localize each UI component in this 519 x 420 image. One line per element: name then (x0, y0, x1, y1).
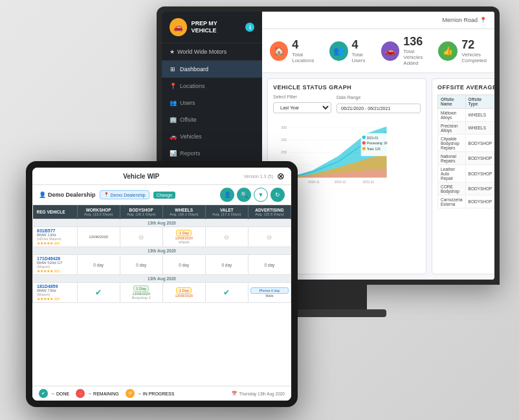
sidebar-logo: 🚗 PREP MY VEHICLE ℹ (162, 12, 262, 43)
check-icon: ✔ (223, 288, 230, 297)
done-circle-icon: ✔ (39, 389, 48, 398)
table-row: 831B577 BMW 130d (xDrive Msport) ★★★★★ 9… (33, 227, 291, 247)
date-separator-2: 13th Aug 2020 (33, 247, 291, 255)
footer-legend-done: ✔ → DONE (39, 389, 69, 398)
offsite-section: OFFSITE AVERAGE Offsite Name Offsite Typ… (432, 78, 494, 274)
svg-text:2021-01: 2021-01 (363, 181, 375, 184)
svg-text:2020-12: 2020-12 (335, 181, 346, 184)
users-icon: 👥 (170, 100, 176, 106)
minus-icon: ⊖ (267, 234, 272, 241)
tablet-refresh-icon[interactable]: ↻ (271, 188, 285, 202)
svg-text:Processing: 20: Processing: 20 (367, 142, 388, 145)
offsite-type: BODYSHOP (465, 135, 494, 152)
locations-number: 4 (292, 39, 324, 50)
stat-total-vehicles: 🚗 136 Total VehiclesAdded (381, 36, 433, 66)
workshop-cell-1: 13/08/2020 (77, 227, 120, 247)
minus-icon: ⊖ (138, 234, 144, 241)
offsite-name: Citywide Bodyshop Repairs (438, 135, 466, 152)
table-row: 181D4859 BMW 730d (Msport) ★★★★★ 3/5 ✔ 1… (33, 283, 291, 303)
sidebar-item-reports[interactable]: 📊 Reports (162, 145, 262, 162)
tablet-person-icon[interactable]: 👤 (220, 188, 234, 202)
users-stat-icon: 👥 (329, 41, 348, 61)
completed-label: VehiclesCompleted (461, 52, 487, 63)
offsite-name: Carrozzeria Esterna (438, 195, 466, 208)
footer-legend-inprogress: ↺ → IN PROGRESS (126, 389, 175, 398)
offsite-name: Precision Alloys (438, 122, 466, 135)
tablet-filter-icon[interactable]: ▼ (254, 188, 268, 202)
bodyshop-cell-1: ⊖ (120, 227, 162, 247)
offsite-name: CORE Bodyshop (438, 182, 466, 195)
completed-stat-icon: 👍 (438, 41, 458, 61)
table-row: National Repairs BODYSHOP 10.2 Days (438, 152, 495, 165)
filter-group: Select Filter Last Year (273, 94, 331, 113)
graph-title: VEHICLE STATUS GRAPH (273, 84, 421, 91)
locations-label: Total Locations (292, 52, 324, 63)
tablet: Vehicle WIP Version 1.3 (5) ⊗ 👤 Demo Dea… (26, 161, 298, 407)
svg-text:2021-01: 2021-01 (367, 137, 379, 140)
users-number: 4 (352, 39, 377, 50)
filter-row: Select Filter Last Year Date Range (273, 94, 421, 113)
offsite-icon: 🏢 (170, 116, 176, 123)
vehicles-number: 136 (403, 36, 433, 47)
sidebar-dealership: ★ World Wide Motors (162, 43, 262, 61)
tablet-close-icon[interactable]: ⊗ (277, 171, 285, 181)
dashboard-icon: ⊞ (170, 66, 176, 72)
logo-badge: ℹ (245, 23, 254, 32)
filter-select[interactable]: Last Year (273, 102, 331, 113)
svg-text:2020-11: 2020-11 (308, 181, 320, 184)
offsite-name: Leather Auto Repair (438, 165, 466, 182)
tablet-version: Version 1.3 (5) (243, 174, 273, 179)
offsite-col-name: Offsite Name (438, 95, 466, 109)
table-row: Precision Alloys WHEELS 4.3 Days (438, 122, 495, 135)
dealer-icon: 👤 (39, 192, 46, 198)
completed-number: 72 (461, 39, 487, 50)
vehicles-added-label: Total VehiclesAdded (403, 49, 433, 66)
valet-cell-3: ✔ (205, 283, 248, 303)
sidebar-item-vehicles[interactable]: 🚗 Vehicles (162, 128, 262, 145)
vehicle-cell-1: 831B577 BMW 130d (xDrive Msport) ★★★★★ 9… (33, 227, 78, 247)
sidebar-item-offsite[interactable]: 🏢 Offsite (162, 111, 262, 128)
table-row: Carrozzeria Esterna BODYSHOP 13.8 Days (438, 195, 495, 208)
col-vehicle: REG VEHICLE (33, 205, 78, 219)
offsite-type: BODYSHOP (465, 195, 494, 208)
offsite-type: BODYSHOP (465, 152, 494, 165)
offsite-type: BODYSHOP (465, 182, 494, 195)
check-icon: ✔ (95, 288, 102, 297)
vehicles-icon: 🚗 (170, 133, 176, 140)
vehicle-cell-2: 171D46428 BMW 520d GT (Msport) ★★★★★ 9/5 (33, 255, 78, 275)
svg-text:Total: 120: Total: 120 (367, 148, 381, 151)
sidebar-item-dashboard[interactable]: ⊞ Dashboard (162, 61, 262, 78)
footer-date: 📅 Thursday 13th Aug 2020 (232, 391, 285, 396)
date-separator-1: 13th Aug 2020 (33, 219, 291, 227)
bodyshop-cell-3: 1 Day 13/08/2020 Bodyshop 2 (120, 283, 162, 303)
wheels-cell-1: 1 Day 13/08/2020 wheels (162, 227, 205, 247)
stat-vehicles-completed: 👍 72 VehiclesCompleted (438, 36, 487, 66)
svg-point-20 (362, 141, 366, 144)
advertising-cell-1: ⊖ (248, 227, 291, 247)
monitor-stand (289, 285, 367, 317)
location-display: Merrion Road 📍 (442, 17, 487, 23)
locations-stat-icon: 🏠 (270, 41, 288, 61)
logo-icon: 🚗 (170, 18, 187, 36)
date-range-input[interactable] (337, 104, 421, 113)
remaining-circle-icon: → (76, 389, 85, 398)
minus-icon: ⊖ (224, 234, 229, 241)
offsite-type: WHEELS (465, 122, 494, 135)
sidebar-item-locations[interactable]: 📍 Locations (162, 78, 262, 94)
pin-icon: 📍 (104, 192, 109, 197)
calendar-icon: 📅 (232, 391, 237, 396)
tablet-subheader: 👤 Demo Dealership 📍 Demo Dealership Chan… (32, 185, 291, 205)
vehicles-stat-icon: 🚗 (381, 41, 399, 61)
sidebar-item-users[interactable]: 👥 Users (162, 94, 262, 111)
tablet-footer: ✔ → DONE → → REMAINING ↺ → IN PROGRESS 📅… (32, 386, 291, 401)
dealer-name: 👤 Demo Dealership (39, 192, 96, 198)
tablet-search-icon[interactable]: 🔍 (237, 188, 251, 202)
offsite-col-type: Offsite Type (465, 95, 494, 109)
offsite-type: WHEELS (465, 109, 494, 122)
change-location-button[interactable]: Change (153, 192, 176, 199)
col-advertising: ADVERTISINGAvg. (15.5 Days) (248, 205, 291, 219)
advertising-cell-2: 0 day (248, 255, 291, 275)
offsite-name: National Repairs (438, 152, 466, 165)
svg-text:300: 300 (281, 126, 287, 129)
offsite-table: Offsite Name Offsite Type Average Midtow… (437, 94, 494, 208)
